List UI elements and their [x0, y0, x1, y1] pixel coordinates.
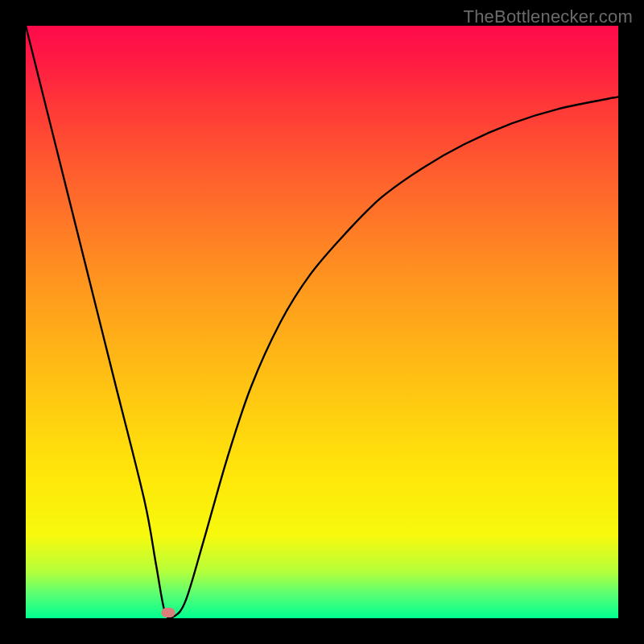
watermark-text: TheBottlenecker.com: [464, 6, 633, 27]
bottleneck-curve: [26, 26, 618, 618]
minimum-marker: [161, 608, 175, 617]
chart-frame: TheBottlenecker.com: [0, 0, 644, 644]
plot-area: [26, 26, 618, 618]
